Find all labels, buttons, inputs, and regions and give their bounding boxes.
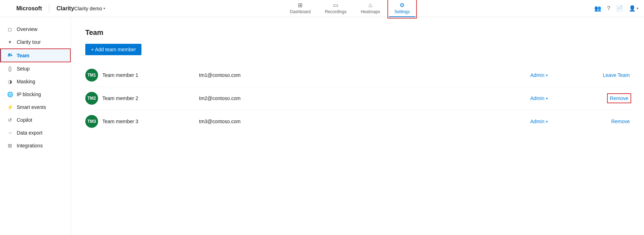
ms-logo-green bbox=[10, 5, 14, 8]
sidebar-item-data-export[interactable]: → Data export bbox=[0, 126, 71, 139]
member-name: Team member 2 bbox=[102, 95, 138, 101]
member-action-cell: Remove bbox=[587, 119, 630, 124]
member-action-cell: Remove bbox=[587, 95, 630, 102]
tab-dashboard[interactable]: ⊞ Dashboard bbox=[284, 0, 317, 17]
tab-recordings[interactable]: ▭ Recordings bbox=[319, 0, 352, 17]
sidebar-item-copilot-label: Copilot bbox=[17, 117, 32, 123]
sidebar-item-data-export-label: Data export bbox=[17, 130, 42, 136]
table-row: TM3 Team member 3 tm3@contoso.com Admin … bbox=[85, 110, 630, 133]
sidebar-item-ip-blocking-label: IP blocking bbox=[17, 92, 41, 97]
tab-dashboard-label: Dashboard bbox=[290, 9, 311, 14]
sidebar-item-integrations[interactable]: ⊞ Integrations bbox=[0, 139, 71, 152]
member-name-cell: TM1 Team member 1 bbox=[85, 69, 199, 82]
ms-label: Microsoft bbox=[16, 5, 42, 12]
tab-heatmaps[interactable]: ♨ Heatmaps bbox=[355, 0, 386, 17]
nav-tabs: ⊞ Dashboard ▭ Recordings ♨ Heatmaps ⚙ Se… bbox=[105, 0, 594, 17]
overview-icon: ◻ bbox=[7, 26, 13, 32]
account-icon[interactable]: 👤 ▾ bbox=[629, 5, 638, 12]
page-title: Team bbox=[85, 28, 630, 37]
sidebar-item-team[interactable]: Team bbox=[0, 48, 71, 62]
main-content: Team + Add team member TM1 Team member 1… bbox=[71, 17, 644, 235]
sidebar-item-masking-label: Masking bbox=[17, 79, 35, 84]
help-icon[interactable]: ? bbox=[607, 5, 610, 12]
project-selector[interactable]: Clarity demo ▾ bbox=[74, 6, 106, 11]
team-icon bbox=[7, 52, 13, 59]
role-label: Admin bbox=[530, 95, 544, 101]
microsoft-logo bbox=[6, 5, 14, 12]
sidebar-item-overview-label: Overview bbox=[17, 26, 37, 32]
team-list: TM1 Team member 1 tm1@contoso.com Admin … bbox=[85, 64, 630, 133]
data-export-icon: → bbox=[7, 130, 13, 136]
remove-button[interactable]: Remove bbox=[611, 119, 630, 124]
tab-recordings-label: Recordings bbox=[325, 9, 347, 14]
member-name-cell: TM2 Team member 2 bbox=[85, 92, 199, 105]
remove-button[interactable]: Remove bbox=[608, 95, 630, 102]
sidebar-item-masking[interactable]: ◑ Masking bbox=[0, 75, 71, 88]
sidebar-item-setup[interactable]: {} Setup bbox=[0, 62, 71, 75]
masking-icon: ◑ bbox=[7, 79, 13, 84]
avatar: TM2 bbox=[85, 92, 98, 105]
sidebar-item-clarity-tour-label: Clarity tour bbox=[17, 39, 41, 45]
member-role-selector[interactable]: Admin ▾ bbox=[530, 95, 587, 101]
dashboard-icon: ⊞ bbox=[298, 2, 302, 9]
member-name: Team member 1 bbox=[102, 72, 138, 78]
app-name: Clarity bbox=[57, 5, 74, 12]
sidebar-item-clarity-tour[interactable]: ✦ Clarity tour bbox=[0, 36, 71, 48]
avatar-initials: TM1 bbox=[87, 73, 96, 78]
nav-divider bbox=[49, 4, 49, 13]
role-chevron-icon: ▾ bbox=[546, 96, 548, 100]
docs-icon[interactable]: 📄 bbox=[616, 5, 623, 12]
setup-icon: {} bbox=[7, 66, 13, 72]
role-chevron-icon: ▾ bbox=[546, 73, 548, 77]
sidebar-item-copilot[interactable]: ↺ Copilot bbox=[0, 114, 71, 126]
ms-logo-yellow bbox=[10, 9, 14, 12]
member-email: tm2@contoso.com bbox=[199, 95, 530, 101]
sidebar-item-team-label: Team bbox=[17, 53, 29, 58]
smart-events-icon: ⚡ bbox=[7, 104, 13, 110]
sidebar-item-ip-blocking[interactable]: 🌐 IP blocking bbox=[0, 88, 71, 101]
sidebar-item-smart-events-label: Smart events bbox=[17, 104, 46, 110]
avatar: TM1 bbox=[85, 69, 98, 82]
integrations-icon: ⊞ bbox=[7, 143, 13, 148]
sidebar: ◻ Overview ✦ Clarity tour Team {} Setup … bbox=[0, 17, 71, 235]
member-action-cell: Leave Team bbox=[587, 72, 630, 78]
avatar: TM3 bbox=[85, 115, 98, 128]
sidebar-item-integrations-label: Integrations bbox=[17, 143, 43, 148]
leave-team-button[interactable]: Leave Team bbox=[603, 72, 630, 78]
app-layout: ◻ Overview ✦ Clarity tour Team {} Setup … bbox=[0, 17, 644, 235]
settings-icon: ⚙ bbox=[399, 2, 404, 9]
add-team-member-button[interactable]: + Add team member bbox=[85, 44, 141, 55]
avatar-initials: TM2 bbox=[87, 96, 96, 101]
topnav-actions: 👥 ? 📄 👤 ▾ bbox=[594, 5, 638, 12]
role-label: Admin bbox=[530, 119, 544, 124]
member-email: tm1@contoso.com bbox=[199, 72, 530, 78]
ms-logo-red bbox=[6, 5, 9, 8]
tab-heatmaps-label: Heatmaps bbox=[361, 9, 380, 14]
sidebar-item-overview[interactable]: ◻ Overview bbox=[0, 23, 71, 36]
sidebar-item-setup-label: Setup bbox=[17, 66, 30, 72]
member-email: tm3@contoso.com bbox=[199, 119, 530, 124]
tab-settings-label: Settings bbox=[395, 9, 410, 14]
tab-settings[interactable]: ⚙ Settings bbox=[389, 0, 415, 17]
member-name-cell: TM3 Team member 3 bbox=[85, 115, 199, 128]
clarity-tour-icon: ✦ bbox=[7, 39, 13, 45]
recordings-icon: ▭ bbox=[333, 2, 338, 9]
project-name: Clarity demo bbox=[74, 6, 102, 11]
top-navigation: Microsoft Clarity Clarity demo ▾ ⊞ Dashb… bbox=[0, 0, 644, 17]
ms-logo-blue bbox=[6, 9, 9, 12]
role-chevron-icon: ▾ bbox=[546, 120, 548, 124]
table-row: TM2 Team member 2 tm2@contoso.com Admin … bbox=[85, 87, 630, 110]
copilot-icon: ↺ bbox=[7, 117, 13, 123]
avatar-initials: TM3 bbox=[87, 119, 96, 124]
brand: Microsoft Clarity bbox=[6, 4, 74, 13]
sidebar-item-smart-events[interactable]: ⚡ Smart events bbox=[0, 101, 71, 114]
role-label: Admin bbox=[530, 72, 544, 78]
member-role-selector[interactable]: Admin ▾ bbox=[530, 119, 587, 124]
ip-blocking-icon: 🌐 bbox=[7, 92, 13, 97]
share-icon[interactable]: 👥 bbox=[594, 5, 601, 12]
table-row: TM1 Team member 1 tm1@contoso.com Admin … bbox=[85, 64, 630, 87]
member-role-selector[interactable]: Admin ▾ bbox=[530, 72, 587, 78]
member-name: Team member 3 bbox=[102, 119, 138, 124]
heatmaps-icon: ♨ bbox=[368, 2, 373, 9]
